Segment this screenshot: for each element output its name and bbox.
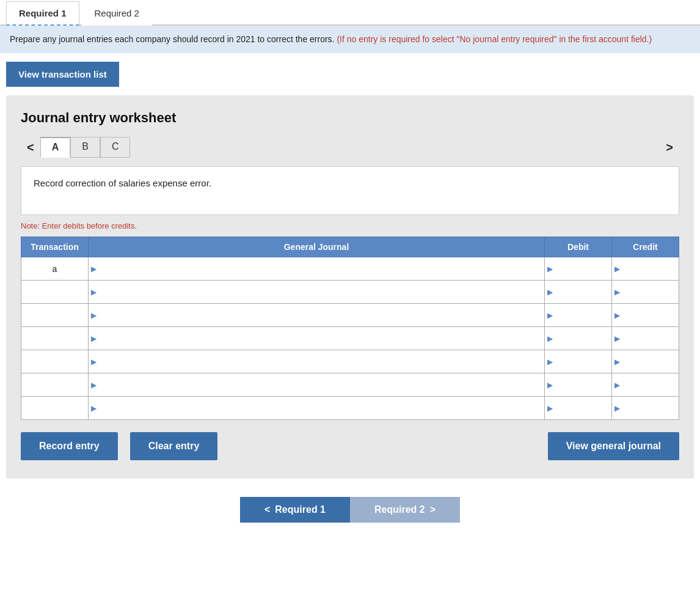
- cell-arrow-icon: ▶: [91, 288, 97, 296]
- cell-arrow-icon: ▶: [91, 311, 97, 320]
- debit-input[interactable]: [555, 304, 609, 326]
- general-journal-cell[interactable]: ▶: [89, 350, 545, 373]
- cell-arrow-icon: ▶: [91, 334, 97, 343]
- credit-input[interactable]: [622, 327, 676, 350]
- credit-cell[interactable]: ▶: [612, 257, 679, 281]
- table-row: ▶▶▶: [21, 327, 679, 350]
- description-box: Record correction of salaries expense er…: [21, 166, 679, 215]
- table-row: ▶▶▶: [21, 350, 679, 373]
- debit-input[interactable]: [555, 327, 609, 350]
- general-journal-cell[interactable]: ▶: [89, 281, 545, 304]
- col-credit: Credit: [612, 237, 679, 257]
- view-general-journal-button[interactable]: View general journal: [548, 432, 679, 460]
- cell-arrow-icon: ▶: [547, 265, 553, 273]
- transaction-cell: a: [21, 257, 89, 281]
- credit-input[interactable]: [622, 257, 676, 280]
- cell-arrow-icon: ▶: [547, 288, 553, 296]
- credit-input[interactable]: [622, 350, 676, 373]
- prev-icon: <: [264, 504, 270, 515]
- debit-cell[interactable]: ▶: [545, 304, 612, 327]
- next-label: Required 2: [374, 504, 425, 515]
- cell-arrow-icon: ▶: [91, 381, 97, 389]
- transaction-cell: [21, 327, 89, 350]
- prev-arrow[interactable]: <: [21, 138, 40, 157]
- credit-cell[interactable]: ▶: [612, 327, 679, 350]
- debit-input[interactable]: [555, 281, 609, 303]
- general-journal-input[interactable]: [99, 304, 542, 326]
- cell-arrow-icon: ▶: [614, 358, 620, 366]
- general-journal-input[interactable]: [99, 281, 542, 303]
- general-journal-input[interactable]: [99, 327, 542, 350]
- cell-arrow-icon: ▶: [614, 311, 620, 320]
- cell-arrow-icon: ▶: [91, 358, 97, 366]
- note-text: Note: Enter debits before credits.: [21, 221, 679, 230]
- debit-input[interactable]: [555, 373, 609, 396]
- cell-arrow-icon: ▶: [547, 311, 553, 320]
- credit-cell[interactable]: ▶: [612, 373, 679, 397]
- next-arrow[interactable]: >: [660, 138, 679, 157]
- tab-required-1[interactable]: Required 1: [6, 1, 79, 26]
- credit-cell[interactable]: ▶: [612, 281, 679, 304]
- cell-arrow-icon: ▶: [614, 265, 620, 273]
- general-journal-cell[interactable]: ▶: [89, 397, 545, 420]
- bottom-prev-button[interactable]: < Required 1: [240, 497, 350, 523]
- debit-input[interactable]: [555, 350, 609, 373]
- cell-arrow-icon: ▶: [614, 381, 620, 389]
- debit-cell[interactable]: ▶: [545, 281, 612, 304]
- action-buttons: Record entry Clear entry View general jo…: [21, 432, 679, 460]
- cell-arrow-icon: ▶: [91, 404, 97, 413]
- debit-cell[interactable]: ▶: [545, 397, 612, 420]
- general-journal-input[interactable]: [99, 373, 542, 396]
- letter-tab-c[interactable]: C: [100, 137, 131, 158]
- credit-input[interactable]: [622, 397, 676, 419]
- clear-entry-button[interactable]: Clear entry: [130, 432, 218, 460]
- letter-tabs: A B C: [40, 137, 131, 158]
- cell-arrow-icon: ▶: [614, 334, 620, 343]
- debit-input[interactable]: [555, 397, 609, 419]
- general-journal-cell[interactable]: ▶: [89, 373, 545, 397]
- description-text: Record correction of salaries expense er…: [34, 178, 211, 188]
- col-general-journal: General Journal: [89, 237, 545, 257]
- debit-cell[interactable]: ▶: [545, 257, 612, 281]
- journal-table: Transaction General Journal Debit Credit…: [21, 237, 679, 420]
- table-row: ▶▶▶: [21, 304, 679, 327]
- debit-input[interactable]: [555, 257, 609, 280]
- transaction-cell: [21, 304, 89, 327]
- credit-cell[interactable]: ▶: [612, 350, 679, 373]
- credit-input[interactable]: [622, 304, 676, 326]
- credit-input[interactable]: [622, 281, 676, 303]
- transaction-cell: [21, 350, 89, 373]
- cell-arrow-icon: ▶: [614, 404, 620, 413]
- debit-cell[interactable]: ▶: [545, 350, 612, 373]
- debit-cell[interactable]: ▶: [545, 373, 612, 397]
- general-journal-input[interactable]: [99, 257, 542, 280]
- letter-tab-b[interactable]: B: [70, 137, 100, 158]
- instructions-main: Prepare any journal entries each company…: [10, 34, 335, 44]
- general-journal-cell[interactable]: ▶: [89, 304, 545, 327]
- debit-cell[interactable]: ▶: [545, 327, 612, 350]
- table-row: ▶▶▶: [21, 397, 679, 420]
- transaction-cell: [21, 281, 89, 304]
- letter-tabs-row: < A B C >: [21, 137, 679, 158]
- credit-cell[interactable]: ▶: [612, 304, 679, 327]
- worksheet-title: Journal entry worksheet: [21, 110, 679, 126]
- bottom-next-button[interactable]: Required 2 >: [350, 497, 460, 523]
- record-entry-button[interactable]: Record entry: [21, 432, 118, 460]
- table-row: a▶▶▶: [21, 257, 679, 281]
- worksheet-container: Journal entry worksheet < A B C > Record…: [6, 95, 694, 479]
- credit-input[interactable]: [622, 373, 676, 396]
- table-row: ▶▶▶: [21, 281, 679, 304]
- general-journal-cell[interactable]: ▶: [89, 257, 545, 281]
- general-journal-input[interactable]: [99, 350, 542, 373]
- cell-arrow-icon: ▶: [547, 358, 553, 366]
- credit-cell[interactable]: ▶: [612, 397, 679, 420]
- cell-arrow-icon: ▶: [91, 265, 97, 273]
- tab-required-2[interactable]: Required 2: [82, 1, 152, 26]
- cell-arrow-icon: ▶: [547, 381, 553, 389]
- transaction-cell: [21, 397, 89, 420]
- general-journal-cell[interactable]: ▶: [89, 327, 545, 350]
- view-transaction-button[interactable]: View transaction list: [6, 62, 119, 87]
- letter-tab-a[interactable]: A: [40, 137, 71, 158]
- general-journal-input[interactable]: [99, 397, 542, 419]
- cell-arrow-icon: ▶: [547, 334, 553, 343]
